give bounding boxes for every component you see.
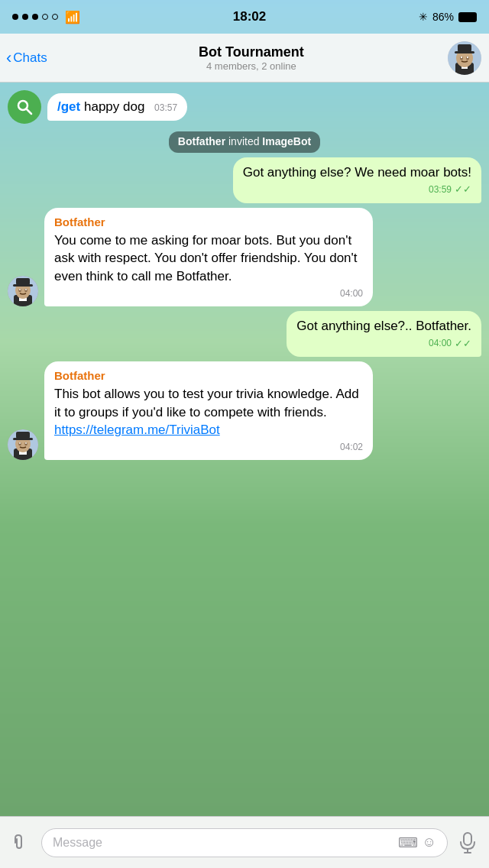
- svg-point-23: [25, 289, 27, 290]
- svg-rect-19: [16, 278, 30, 285]
- msg-time: 04:02: [340, 441, 363, 454]
- list-item: Got anything else? We need moar bots! 03…: [8, 157, 481, 203]
- message-text: Got anything else? We need moar bots!: [243, 164, 471, 182]
- chat-title: Bot Tournament: [55, 44, 448, 60]
- message-text: Got anything else?.. Botfather.: [296, 317, 471, 335]
- svg-rect-35: [464, 833, 471, 845]
- incoming-bubble: Botfather This bot allows you to test yo…: [44, 361, 373, 460]
- chat-area: /get happy dog 03:57 Botfather invited I…: [0, 83, 489, 816]
- nav-center: Bot Tournament 4 members, 2 online: [55, 44, 448, 72]
- input-inner: Message ⌨ ☺: [53, 834, 436, 851]
- incoming-bubble: Botfather You come to me asking for moar…: [44, 208, 373, 306]
- command-args: happy dog: [84, 99, 144, 114]
- list-item: Botfather You come to me asking for moar…: [8, 208, 481, 306]
- sender-name: Botfather: [54, 368, 363, 384]
- sticker-icon[interactable]: ☺: [423, 834, 436, 850]
- signal-dot-2: [22, 14, 28, 20]
- list-item: Got anything else?.. Botfather. 04:00 ✓✓: [8, 311, 481, 357]
- signal-dot-4: [42, 14, 48, 20]
- svg-line-12: [27, 109, 31, 114]
- avatar: [8, 276, 38, 306]
- svg-rect-6: [458, 44, 471, 52]
- system-message-text: Botfather invited ImageBot: [178, 135, 311, 147]
- mic-button[interactable]: [454, 829, 481, 857]
- read-receipts-icon: ✓✓: [455, 337, 471, 351]
- message-text: This bot allows you to test your trivia …: [54, 385, 363, 439]
- msg-time: 03:59: [429, 183, 452, 196]
- message-footer: 03:59 ✓✓: [243, 183, 471, 196]
- battery-icon: [458, 12, 477, 22]
- back-button[interactable]: ‹ Chats: [0, 50, 55, 66]
- get-command-bubble: /get happy dog 03:57: [47, 93, 187, 121]
- search-icon-bubble: [8, 90, 41, 124]
- chevron-left-icon: ‹: [6, 50, 11, 66]
- avatar[interactable]: [448, 41, 481, 75]
- battery-percent: 86%: [432, 11, 454, 23]
- svg-point-9: [461, 56, 462, 57]
- svg-point-34: [25, 442, 27, 444]
- message-placeholder[interactable]: Message: [53, 836, 393, 850]
- svg-point-22: [19, 289, 21, 290]
- status-bar: 📶 18:02 ✳ 86%: [0, 0, 489, 34]
- nav-bar: ‹ Chats Bot Tournament 4 members, 2 onli…: [0, 34, 489, 83]
- msg-time: 04:00: [340, 287, 363, 300]
- message-footer: 04:00 ✓✓: [296, 337, 471, 351]
- message-text: You come to me asking for moar bots. But…: [54, 232, 363, 286]
- message-footer: 04:00: [54, 287, 363, 300]
- read-receipts-icon: ✓✓: [455, 183, 471, 196]
- avatar: [8, 429, 38, 460]
- status-time: 18:02: [233, 9, 266, 24]
- signal-indicators: 📶: [12, 10, 80, 24]
- back-label: Chats: [13, 50, 47, 66]
- list-item: /get happy dog 03:57: [8, 90, 481, 124]
- msg-time: 03:57: [154, 102, 177, 113]
- bluetooth-icon: ✳: [419, 11, 428, 23]
- system-message-bubble: Botfather invited ImageBot: [169, 131, 320, 153]
- signal-dot-5: [52, 14, 58, 20]
- signal-dot-3: [32, 14, 38, 20]
- outgoing-bubble: Got anything else? We need moar bots! 03…: [233, 157, 481, 203]
- list-item: Botfather invited ImageBot: [8, 131, 481, 153]
- list-item: Botfather This bot allows you to test yo…: [8, 361, 481, 460]
- svg-point-10: [467, 56, 468, 57]
- msg-time: 04:00: [429, 337, 452, 350]
- message-footer: 04:02: [54, 441, 363, 454]
- chat-subtitle: 4 members, 2 online: [55, 60, 448, 72]
- keyboard-icon[interactable]: ⌨: [398, 834, 418, 851]
- signal-dot-1: [12, 14, 18, 20]
- status-right: ✳ 86%: [419, 11, 477, 23]
- sender-name: Botfather: [54, 214, 363, 230]
- command-text: /get: [57, 99, 80, 114]
- attach-button[interactable]: [8, 829, 35, 857]
- message-input-field: Message ⌨ ☺: [41, 828, 448, 857]
- trivia-bot-link[interactable]: https://telegram.me/TriviaBot: [54, 423, 220, 437]
- outgoing-bubble: Got anything else?.. Botfather. 04:00 ✓✓: [287, 311, 481, 357]
- input-bar: Message ⌨ ☺: [0, 816, 489, 868]
- svg-point-33: [19, 442, 21, 444]
- wifi-icon: 📶: [65, 10, 80, 24]
- svg-rect-30: [16, 432, 30, 439]
